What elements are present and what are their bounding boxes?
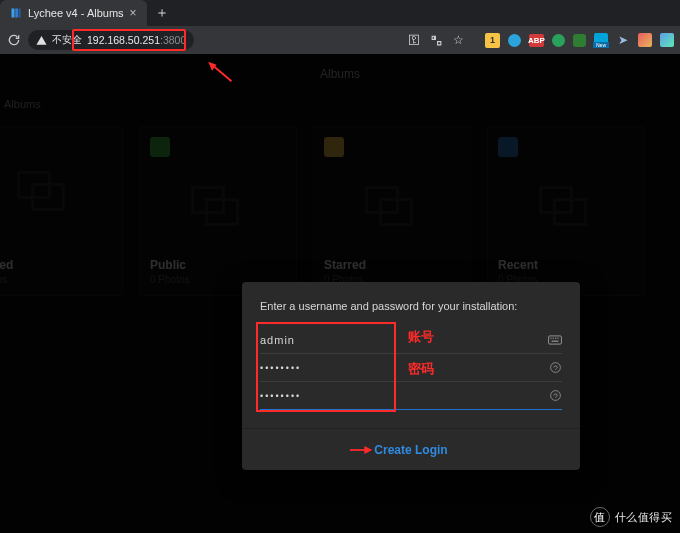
confirm-password-input[interactable] [260, 391, 546, 401]
modal-footer: Create Login [242, 428, 580, 470]
password-suggest-icon[interactable] [546, 361, 562, 374]
extension-evernote-icon[interactable] [552, 34, 565, 47]
new-tab-button[interactable]: ＋ [147, 4, 177, 22]
svg-rect-7 [553, 337, 554, 338]
username-field-row [260, 326, 562, 354]
annotation-arrow-create [350, 444, 374, 456]
extension-plane-icon[interactable]: ➤ [616, 33, 630, 47]
tab-title: Lychee v4 - Albums [28, 7, 124, 19]
svg-rect-0 [12, 9, 15, 18]
browser-tab-active[interactable]: Lychee v4 - Albums × [0, 0, 147, 26]
create-login-button[interactable]: Create Login [374, 443, 447, 457]
watermark-badge: 值 [590, 507, 610, 527]
modal-prompt: Enter a username and password for your i… [260, 300, 562, 312]
extension-misc2-icon[interactable] [660, 33, 674, 47]
extension-new-badge-icon[interactable] [594, 33, 608, 47]
reload-icon [7, 33, 21, 47]
extension-circle-blue-icon[interactable] [508, 34, 521, 47]
password-key-icon[interactable]: ⚿ [407, 33, 421, 47]
create-login-modal: Enter a username and password for your i… [242, 282, 580, 470]
watermark: 值 什么值得买 [590, 507, 673, 527]
password-field-row [260, 354, 562, 382]
svg-marker-14 [364, 446, 372, 454]
browser-tabstrip: Lychee v4 - Albums × ＋ [0, 0, 680, 26]
svg-rect-5 [549, 335, 562, 343]
url-host: 192.168.50.251 [87, 34, 160, 46]
watermark-text: 什么值得买 [615, 510, 673, 525]
confirm-password-field-row [260, 382, 562, 410]
svg-rect-1 [15, 9, 18, 18]
extension-icons: ⚿ ☆ 1 ABP ➤ [407, 33, 674, 48]
extension-sticky-icon[interactable]: 1 [485, 33, 500, 48]
username-input[interactable] [260, 334, 546, 346]
extension-green-icon[interactable] [573, 34, 586, 47]
url-port: :3800 [160, 34, 186, 46]
address-bar-wrap: 不安全 192.168.50.251:3800 [28, 30, 194, 50]
extension-abp-icon[interactable]: ABP [529, 34, 544, 47]
password-input[interactable] [260, 363, 546, 373]
browser-toolbar: 不安全 192.168.50.251:3800 ⚿ ☆ 1 ABP ➤ [0, 26, 680, 54]
svg-rect-10 [552, 340, 559, 341]
svg-point-12 [551, 391, 561, 401]
keyboard-icon[interactable] [546, 334, 562, 346]
svg-rect-8 [555, 337, 556, 338]
insecure-warning-icon [36, 35, 47, 46]
tab-close-icon[interactable]: × [130, 7, 137, 19]
address-bar[interactable]: 不安全 192.168.50.251:3800 [28, 30, 194, 50]
extension-misc1-icon[interactable] [638, 33, 652, 47]
svg-point-11 [551, 363, 561, 373]
svg-rect-9 [557, 337, 558, 338]
translate-icon[interactable] [429, 33, 443, 47]
reload-button[interactable] [6, 33, 22, 47]
password-suggest-icon[interactable] [546, 389, 562, 402]
tab-favicon [10, 7, 22, 19]
url-text: 192.168.50.251:3800 [87, 34, 186, 46]
svg-rect-2 [19, 9, 21, 18]
insecure-label: 不安全 [52, 33, 82, 47]
bookmark-star-icon[interactable]: ☆ [451, 33, 465, 47]
svg-rect-6 [550, 337, 551, 338]
